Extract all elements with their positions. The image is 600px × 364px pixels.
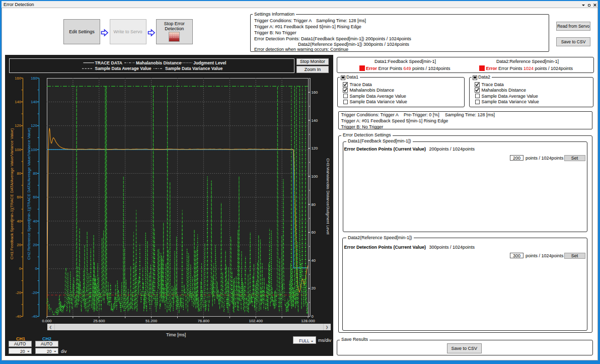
- svg-text:80: 80: [312, 202, 316, 207]
- svg-text:40: 40: [312, 258, 316, 263]
- svg-text:100: 100: [312, 174, 318, 179]
- svg-text:-20: -20: [16, 290, 21, 295]
- svg-text:TRACE DATA: TRACE DATA: [95, 60, 123, 65]
- svg-text:Sample Data Variance Value: Sample Data Variance Value: [165, 66, 222, 71]
- svg-text:-40: -40: [16, 314, 21, 319]
- svg-text:0: 0: [35, 266, 37, 271]
- svg-text:CH2:Reference Speed[min-1](TRA: CH2:Reference Speed[min-1](TRACE DATA/Av…: [27, 128, 31, 260]
- svg-text:120: 120: [312, 146, 318, 151]
- svg-text:60: 60: [33, 195, 37, 199]
- svg-text:140: 140: [312, 118, 318, 123]
- svg-text:0: 0: [19, 266, 21, 271]
- svg-text:Judgment Level: Judgment Level: [193, 60, 226, 65]
- svg-text:20: 20: [312, 286, 316, 290]
- svg-text:76.800: 76.800: [198, 319, 209, 323]
- svg-text:-40: -40: [32, 314, 37, 319]
- svg-text:40: 40: [17, 219, 21, 224]
- svg-text:-20: -20: [32, 290, 37, 295]
- svg-text:128.000: 128.000: [301, 319, 315, 323]
- svg-text:120: 120: [15, 123, 21, 128]
- svg-text:20: 20: [17, 243, 21, 247]
- svg-text:51.200: 51.200: [145, 319, 157, 323]
- svg-text:140: 140: [31, 100, 37, 104]
- svg-text:80: 80: [17, 171, 21, 176]
- svg-text:Sample Data Average Value: Sample Data Average Value: [95, 66, 152, 71]
- svg-text:160: 160: [15, 76, 21, 81]
- svg-text:0: 0: [312, 314, 314, 319]
- svg-text:160: 160: [31, 76, 37, 81]
- svg-text:60: 60: [17, 195, 21, 199]
- svg-text:140: 140: [15, 100, 21, 104]
- svg-text:CH3:Mahalanobis Distance/Judgm: CH3:Mahalanobis Distance/Judgment Level: [326, 158, 330, 235]
- svg-text:25.600: 25.600: [93, 319, 105, 323]
- svg-text:100: 100: [15, 148, 21, 152]
- svg-text:80: 80: [33, 171, 37, 176]
- svg-text:Mahalanobis Distance: Mahalanobis Distance: [136, 60, 181, 65]
- svg-text:40: 40: [33, 219, 37, 224]
- svg-text:102.400: 102.400: [249, 319, 262, 323]
- svg-text:0.000: 0.000: [42, 319, 51, 323]
- svg-text:20: 20: [33, 243, 37, 247]
- svg-text:120: 120: [31, 123, 37, 128]
- svg-text:60: 60: [312, 230, 316, 235]
- svg-text:100: 100: [31, 148, 37, 152]
- svg-text:160: 160: [312, 90, 318, 95]
- svg-text:CH1:Feedback Speed[min-1](TRAC: CH1:Feedback Speed[min-1](TRACE DATA/Ave…: [10, 128, 14, 259]
